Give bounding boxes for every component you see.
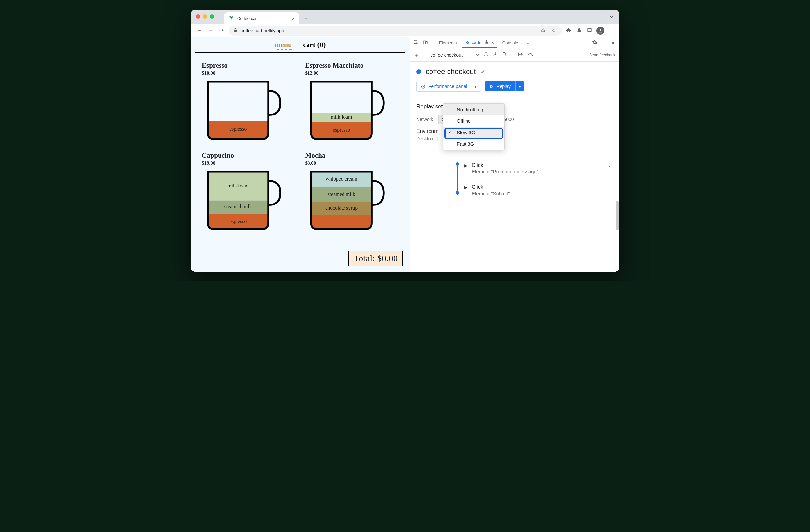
product-name: Cappucino: [202, 151, 295, 160]
product-name: Espresso: [202, 62, 295, 70]
performance-panel-button[interactable]: Performance panel: [417, 81, 471, 92]
svg-text:espresso: espresso: [229, 219, 247, 224]
timeline-dot-icon: [456, 162, 459, 165]
browser-toolbar: ← → ⟳ coffee-cart.netlify.app ☆: [191, 24, 619, 37]
recording-selector[interactable]: coffee checkout: [431, 52, 480, 58]
forward-button[interactable]: →: [207, 27, 214, 34]
tab-recorder[interactable]: Recorder ×: [462, 37, 497, 48]
network-option-offline[interactable]: Offline: [443, 115, 504, 127]
webpage-content: menu cart (0) Espresso $10.00: [191, 37, 410, 272]
environment-label: Environm: [417, 128, 439, 134]
recording-dot-icon: [417, 69, 421, 74]
tabs-overflow[interactable]: »: [523, 37, 532, 48]
network-label: Network: [417, 117, 433, 122]
send-feedback-link[interactable]: Send feedback: [589, 53, 615, 57]
replay-dropdown[interactable]: ▾: [515, 81, 524, 91]
window-minimize[interactable]: [203, 14, 207, 19]
window-maximize[interactable]: [210, 14, 214, 19]
extensions-icon[interactable]: [565, 28, 572, 34]
recording-name: coffee checkout: [431, 52, 463, 58]
chrome-menu-icon[interactable]: ⋮: [608, 28, 615, 34]
inspect-element-icon[interactable]: [412, 39, 420, 46]
product-mocha[interactable]: Mocha $8.00 whipped cream: [305, 151, 399, 232]
devtools-panel: Elements Recorder × Console » ⋮: [410, 37, 619, 272]
close-tab-icon[interactable]: ×: [491, 40, 494, 45]
window-close[interactable]: [196, 14, 200, 19]
recording-title: coffee checkout: [426, 67, 476, 76]
check-icon: ✓: [448, 130, 452, 135]
step-row[interactable]: ▶ Click Element "Promotion message" ⋮: [452, 162, 613, 174]
address-bar[interactable]: coffee-cart.netlify.app ☆: [229, 26, 562, 36]
tab-elements[interactable]: Elements: [436, 37, 460, 48]
product-price: $19.00: [202, 160, 295, 166]
network-dropdown-menu: No throttling Offline ✓ Slow 3G Fast 3G: [443, 103, 505, 150]
svg-point-29: [532, 55, 533, 55]
network-option-no-throttling[interactable]: No throttling: [443, 104, 504, 115]
step-row[interactable]: ▶ Click Element "Submit" ⋮: [452, 184, 613, 196]
replay-button[interactable]: Replay: [485, 81, 515, 91]
delete-icon[interactable]: [502, 52, 507, 58]
device-toolbar-icon[interactable]: [422, 39, 429, 46]
product-cappucino[interactable]: Cappucino $19.00 milk foam steame: [202, 151, 295, 232]
scrollbar-thumb[interactable]: [616, 201, 619, 230]
share-icon[interactable]: [539, 28, 547, 34]
recorder-toolbar: ＋ coffee checkout: [410, 48, 619, 62]
export-icon[interactable]: [484, 52, 489, 58]
product-name: Mocha: [305, 151, 399, 160]
svg-rect-27: [426, 41, 427, 44]
step-title: Click: [472, 184, 602, 190]
browser-tab[interactable]: Coffee cart ×: [224, 13, 299, 24]
desktop-label: Desktop: [417, 136, 433, 141]
reload-button[interactable]: ⟳: [217, 27, 225, 34]
devtools-close-icon[interactable]: ×: [610, 40, 617, 46]
product-price: $10.00: [202, 70, 295, 76]
svg-rect-1: [587, 29, 592, 31]
cup-illustration: whipped cream steamed milk chocolate syr…: [305, 168, 384, 232]
bookmark-star-icon[interactable]: ☆: [550, 28, 557, 34]
svg-text:chocolate syrup: chocolate syrup: [325, 205, 358, 211]
labs-icon[interactable]: [576, 28, 583, 34]
devtools-settings-icon[interactable]: [591, 39, 598, 46]
step-menu-icon[interactable]: ⋮: [606, 184, 613, 191]
svg-text:espresso: espresso: [333, 127, 350, 133]
performance-panel-dropdown[interactable]: ▾: [471, 81, 480, 92]
svg-text:milk foam: milk foam: [227, 183, 249, 189]
edit-title-icon[interactable]: [481, 68, 486, 75]
tab-close-icon[interactable]: ×: [292, 16, 295, 21]
svg-rect-28: [518, 53, 519, 55]
expand-triangle-icon[interactable]: ▶: [464, 163, 467, 168]
nav-menu-link[interactable]: menu: [275, 41, 292, 50]
product-espresso-macchiato[interactable]: Espresso Macchiato $12.00 milk foam: [305, 62, 399, 142]
step-icon[interactable]: [527, 52, 533, 58]
expand-triangle-icon[interactable]: ▶: [464, 185, 467, 190]
network-option-fast-3g[interactable]: Fast 3G: [443, 138, 504, 149]
profile-avatar-icon[interactable]: [596, 27, 604, 35]
svg-text:whipped cream: whipped cream: [325, 176, 357, 182]
new-recording-button[interactable]: ＋: [414, 51, 420, 59]
network-option-slow-3g[interactable]: ✓ Slow 3G: [443, 127, 504, 138]
tab-console[interactable]: Console: [499, 37, 521, 48]
back-button[interactable]: ←: [195, 27, 203, 34]
url-text: coffee-cart.netlify.app: [241, 28, 284, 33]
cup-illustration: espresso: [202, 79, 280, 142]
step-subtitle: Element "Promotion message": [472, 169, 602, 174]
svg-text:steamed milk: steamed milk: [327, 191, 355, 197]
svg-point-3: [600, 29, 601, 31]
timeline-dot-icon: [456, 191, 459, 194]
new-tab-button[interactable]: +: [301, 14, 310, 23]
step-over-icon[interactable]: [518, 52, 523, 58]
step-menu-icon[interactable]: ⋮: [606, 162, 613, 170]
product-price: $8.00: [305, 160, 399, 166]
step-subtitle: Element "Submit": [472, 191, 602, 196]
recorder-body: coffee checkout Performance panel ▾: [410, 62, 619, 272]
cup-illustration: milk foam steamed milk espresso: [202, 168, 280, 232]
tabs-menu-chevron-icon[interactable]: [610, 14, 614, 20]
nav-cart-link[interactable]: cart (0): [303, 41, 325, 50]
cart-total-badge[interactable]: Total: $0.00: [349, 251, 403, 266]
chevron-down-icon: [476, 52, 480, 58]
import-icon[interactable]: [493, 52, 498, 58]
side-panel-icon[interactable]: [586, 28, 593, 34]
product-espresso[interactable]: Espresso $10.00 espresso: [202, 62, 295, 142]
replay-button-group: Replay ▾: [485, 81, 524, 91]
devtools-menu-icon[interactable]: ⋮: [600, 40, 608, 46]
